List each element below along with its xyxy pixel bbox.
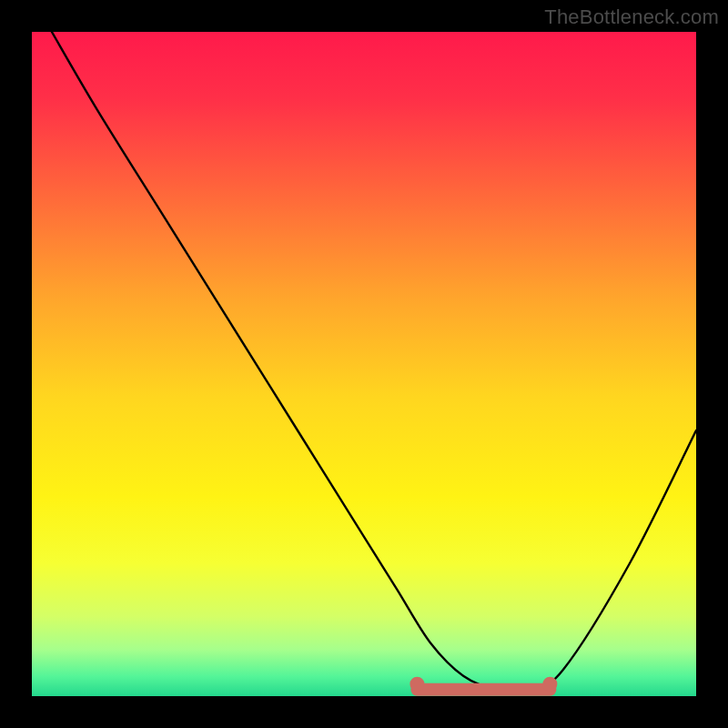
watermark-text: TheBottleneck.com bbox=[544, 5, 719, 29]
optimal-dot bbox=[542, 677, 557, 692]
chart-stage: TheBottleneck.com bbox=[0, 0, 728, 728]
optimal-dot bbox=[410, 677, 424, 692]
bottleneck-curve bbox=[52, 32, 696, 692]
curve-layer bbox=[32, 32, 696, 696]
plot-area bbox=[32, 32, 696, 696]
